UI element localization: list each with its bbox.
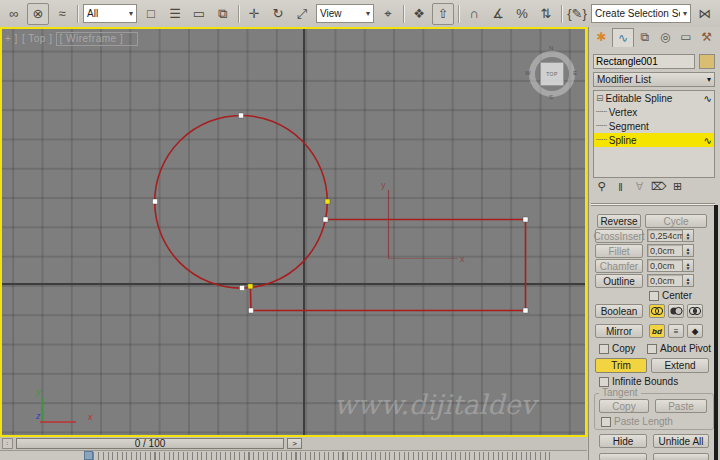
select-and-move-icon[interactable]: ✛: [243, 3, 265, 25]
stack-item-segment[interactable]: ┄┄Segment: [594, 119, 714, 133]
remove-modifier-icon[interactable]: ⌦: [650, 179, 667, 194]
chamfer-button[interactable]: Chamfer: [595, 259, 643, 273]
svg-text:y: y: [35, 387, 41, 397]
viewport-menu-shading[interactable]: [ Wireframe ]: [56, 32, 138, 46]
snap-toggle-2d-icon[interactable]: ∩: [463, 3, 485, 25]
pin-stack-icon[interactable]: ⚲: [593, 179, 610, 194]
mirror-button[interactable]: Mirror: [595, 324, 643, 338]
configure-modifier-sets-icon[interactable]: ⊞: [669, 179, 686, 194]
boolean-intersection-icon[interactable]: [687, 304, 703, 318]
extend-button[interactable]: Extend: [651, 358, 709, 373]
clipped-button[interactable]: [653, 453, 709, 460]
spinner-arrows-icon[interactable]: ▲▼: [683, 244, 694, 257]
stack-item-spline[interactable]: ┄┄Spline∿: [594, 133, 714, 147]
viewcube-top-face[interactable]: TOP: [540, 62, 564, 86]
mirror-horizontal-icon[interactable]: bd: [649, 324, 665, 338]
stack-row-icon[interactable]: ∿: [704, 135, 712, 146]
modifier-list-dropdown[interactable]: Modifier List ▾: [593, 72, 715, 87]
boolean-button[interactable]: Boolean: [595, 304, 643, 318]
tab-display[interactable]: ▭: [676, 28, 697, 46]
unhide-all-button[interactable]: Unhide All: [653, 434, 709, 448]
reverse-button[interactable]: Reverse: [597, 214, 641, 228]
viewport-label[interactable]: + ] [ Top ] [ Wireframe ]: [5, 33, 138, 46]
center-checkbox[interactable]: Center: [649, 290, 692, 301]
checkbox-icon[interactable]: [647, 344, 657, 354]
use-pivot-point-center-icon[interactable]: ⌖: [377, 3, 399, 25]
object-name-field[interactable]: [593, 54, 695, 69]
viewcube[interactable]: TOP N E S W: [526, 48, 578, 100]
crossinsert-button[interactable]: CrossInsert: [595, 229, 643, 243]
toolbar-separator: [403, 5, 404, 23]
select-and-link-icon[interactable]: ∞: [3, 3, 25, 25]
show-end-result-icon[interactable]: ‖: [612, 179, 629, 194]
time-slider[interactable]: 0 / 100: [16, 438, 284, 449]
viewport-top[interactable]: yxyzx + ] [ Top ] [ Wireframe ] TOP N E …: [0, 27, 587, 437]
checkbox-icon[interactable]: [649, 291, 659, 301]
mirror-icon[interactable]: ⋈: [694, 3, 716, 25]
keyboard-shortcut-override-icon[interactable]: ⇧: [432, 3, 454, 25]
window-crossing-icon[interactable]: ⧉: [212, 3, 234, 25]
viewport-menu-view[interactable]: [ Top ]: [22, 33, 53, 46]
select-and-scale-icon[interactable]: ⤢: [291, 3, 313, 25]
outline-spinner[interactable]: 0,0cm ▲▼: [647, 274, 694, 287]
about-pivot-checkbox[interactable]: About Pivot: [647, 343, 711, 354]
selection-filter-dropdown[interactable]: All▾: [83, 4, 137, 23]
fillet-button[interactable]: Fillet: [595, 244, 643, 258]
tab-hierarchy[interactable]: ⧉: [634, 28, 655, 46]
track-bar-frame-handle[interactable]: [84, 451, 93, 460]
tab-modify[interactable]: ∿: [612, 28, 635, 47]
select-and-manipulate-icon[interactable]: ❖: [408, 3, 430, 25]
unlink-selection-icon[interactable]: ⊗: [27, 3, 49, 25]
time-slider-grip[interactable]: ∶: [2, 438, 13, 449]
angle-snap-icon[interactable]: ∡: [487, 3, 509, 25]
bind-to-space-warp-icon[interactable]: ≈: [51, 3, 73, 25]
cycle-button[interactable]: Cycle: [645, 214, 707, 228]
reference-coordinate-system-dropdown[interactable]: View▾: [316, 4, 374, 23]
hide-button[interactable]: Hide: [599, 434, 647, 448]
tab-create[interactable]: ✱: [591, 28, 612, 46]
mirror-vertical-icon[interactable]: ≡: [668, 324, 684, 338]
svg-text:x: x: [87, 412, 93, 422]
checkbox-icon[interactable]: [599, 377, 609, 387]
select-object-icon[interactable]: □: [140, 3, 162, 25]
infinite-bounds-checkbox[interactable]: Infinite Bounds: [599, 376, 678, 387]
checkbox-icon[interactable]: [601, 417, 611, 427]
tab-utilities[interactable]: ⚒: [696, 28, 717, 46]
percent-snap-icon[interactable]: %: [511, 3, 533, 25]
named-selection-sets-dropdown[interactable]: Create Selection Se▾: [591, 4, 691, 23]
object-color-swatch[interactable]: [699, 54, 715, 69]
viewport-menu-plus[interactable]: + ]: [5, 33, 18, 46]
select-and-rotate-icon[interactable]: ↻: [267, 3, 289, 25]
toolbar-separator: [458, 5, 459, 23]
checkbox-icon[interactable]: [599, 344, 609, 354]
trim-button[interactable]: Trim: [595, 358, 647, 373]
crossinsert-spinner[interactable]: 0,254cm ▲▼: [647, 229, 694, 242]
tangent-paste-button[interactable]: Paste: [655, 399, 707, 413]
stack-item-editable-spline[interactable]: ⊟Editable Spline∿: [594, 91, 714, 105]
select-by-name-icon[interactable]: ☰: [164, 3, 186, 25]
spline-shapes: yxyzx: [2, 29, 585, 435]
tab-motion[interactable]: ◎: [655, 28, 676, 46]
tangent-copy-button[interactable]: Copy: [599, 399, 649, 413]
track-bar[interactable]: [0, 450, 587, 460]
fillet-spinner[interactable]: 0,0cm ▲▼: [647, 244, 694, 257]
selection-region-icon[interactable]: ▭: [188, 3, 210, 25]
edit-named-selection-sets-icon[interactable]: {✎}: [566, 3, 588, 25]
stack-item-vertex[interactable]: ┄┄Vertex: [594, 105, 714, 119]
mirror-both-icon[interactable]: ◆: [687, 324, 703, 338]
spinner-arrows-icon[interactable]: ▲▼: [683, 229, 694, 242]
stack-row-icon[interactable]: ∿: [704, 93, 712, 104]
outline-button[interactable]: Outline: [595, 274, 643, 288]
paste-length-checkbox[interactable]: Paste Length: [601, 416, 673, 427]
make-unique-icon[interactable]: ∀: [631, 179, 648, 194]
mirror-copy-checkbox[interactable]: Copy: [599, 343, 635, 354]
next-frame-button[interactable]: >: [287, 438, 302, 449]
spinner-snap-icon[interactable]: ⇅: [535, 3, 557, 25]
boolean-union-icon[interactable]: [649, 304, 665, 318]
boolean-subtraction-icon[interactable]: [668, 304, 684, 318]
spinner-arrows-icon[interactable]: ▲▼: [683, 274, 694, 287]
spinner-arrows-icon[interactable]: ▲▼: [683, 259, 694, 272]
chamfer-spinner[interactable]: 0,0cm ▲▼: [647, 259, 694, 272]
clipped-button[interactable]: [599, 453, 647, 460]
panel-scrollbar[interactable]: [714, 205, 718, 460]
